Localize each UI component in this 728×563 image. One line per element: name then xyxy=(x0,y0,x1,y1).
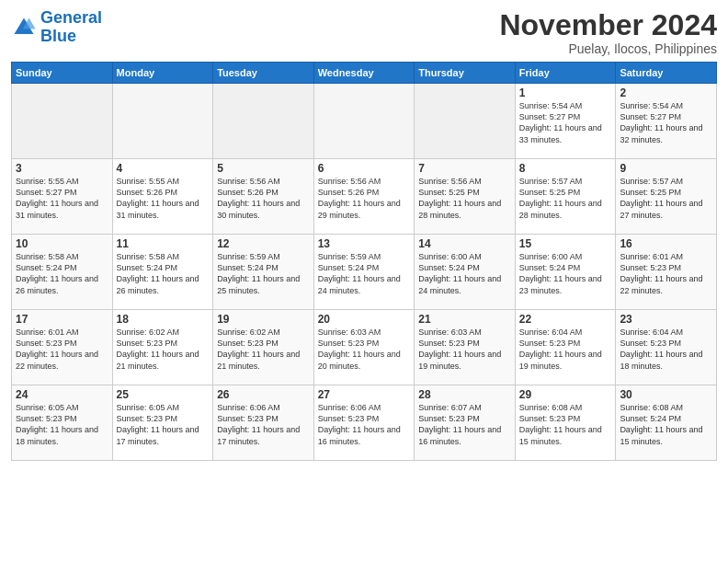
col-saturday: Saturday xyxy=(616,63,717,84)
day-number: 17 xyxy=(16,313,108,326)
day-info: Sunrise: 6:04 AM Sunset: 5:23 PM Dayligh… xyxy=(519,327,612,372)
day-info: Sunrise: 5:54 AM Sunset: 5:27 PM Dayligh… xyxy=(620,100,712,145)
day-info: Sunrise: 5:58 AM Sunset: 5:24 PM Dayligh… xyxy=(16,251,108,296)
day-number: 21 xyxy=(418,313,511,326)
day-number: 29 xyxy=(519,388,612,401)
day-info: Sunrise: 6:00 AM Sunset: 5:24 PM Dayligh… xyxy=(418,251,511,296)
month-title: November 2024 xyxy=(499,9,717,41)
day-number: 13 xyxy=(318,237,411,250)
day-number: 19 xyxy=(217,313,310,326)
day-number: 14 xyxy=(418,237,511,250)
col-tuesday: Tuesday xyxy=(213,63,314,84)
day-number: 23 xyxy=(620,313,712,326)
calendar-day-w5-d3: 26Sunrise: 6:06 AM Sunset: 5:23 PM Dayli… xyxy=(213,385,314,461)
day-info: Sunrise: 5:58 AM Sunset: 5:24 PM Dayligh… xyxy=(117,251,210,296)
calendar-day-w4-d1: 17Sunrise: 6:01 AM Sunset: 5:23 PM Dayli… xyxy=(12,310,113,385)
day-number: 20 xyxy=(318,313,411,326)
day-number: 3 xyxy=(16,162,108,175)
calendar-day-w1-d1 xyxy=(12,84,113,159)
day-number: 15 xyxy=(519,237,612,250)
calendar-day-w2-d4: 6Sunrise: 5:56 AM Sunset: 5:26 PM Daylig… xyxy=(313,159,415,235)
day-number: 16 xyxy=(620,237,712,250)
day-info: Sunrise: 6:07 AM Sunset: 5:23 PM Dayligh… xyxy=(418,402,511,447)
calendar-day-w2-d7: 9Sunrise: 5:57 AM Sunset: 5:25 PM Daylig… xyxy=(616,159,717,235)
col-wednesday: Wednesday xyxy=(313,63,415,84)
day-number: 7 xyxy=(418,162,511,175)
calendar-header-row: Sunday Monday Tuesday Wednesday Thursday… xyxy=(12,63,717,84)
day-info: Sunrise: 5:59 AM Sunset: 5:24 PM Dayligh… xyxy=(318,251,411,296)
calendar-week-3: 10Sunrise: 5:58 AM Sunset: 5:24 PM Dayli… xyxy=(12,235,717,310)
day-number: 18 xyxy=(117,313,210,326)
day-number: 25 xyxy=(117,388,210,401)
day-number: 11 xyxy=(117,237,210,250)
logo-icon xyxy=(11,15,37,40)
calendar-week-2: 3Sunrise: 5:55 AM Sunset: 5:27 PM Daylig… xyxy=(12,159,717,235)
day-info: Sunrise: 5:54 AM Sunset: 5:27 PM Dayligh… xyxy=(519,100,612,145)
day-number: 5 xyxy=(217,162,310,175)
calendar-day-w2-d3: 5Sunrise: 5:56 AM Sunset: 5:26 PM Daylig… xyxy=(213,159,314,235)
calendar-day-w4-d5: 21Sunrise: 6:03 AM Sunset: 5:23 PM Dayli… xyxy=(415,310,516,385)
col-monday: Monday xyxy=(112,63,213,84)
calendar-week-4: 17Sunrise: 6:01 AM Sunset: 5:23 PM Dayli… xyxy=(12,310,717,385)
calendar-day-w3-d1: 10Sunrise: 5:58 AM Sunset: 5:24 PM Dayli… xyxy=(12,235,113,310)
day-info: Sunrise: 5:56 AM Sunset: 5:26 PM Dayligh… xyxy=(318,176,411,221)
day-number: 2 xyxy=(620,86,712,99)
calendar-day-w1-d4 xyxy=(313,84,415,159)
day-number: 10 xyxy=(16,237,108,250)
calendar-day-w4-d3: 19Sunrise: 6:02 AM Sunset: 5:23 PM Dayli… xyxy=(213,310,314,385)
col-sunday: Sunday xyxy=(12,63,113,84)
day-info: Sunrise: 5:55 AM Sunset: 5:27 PM Dayligh… xyxy=(16,176,108,221)
day-info: Sunrise: 5:57 AM Sunset: 5:25 PM Dayligh… xyxy=(620,176,712,221)
calendar-day-w4-d2: 18Sunrise: 6:02 AM Sunset: 5:23 PM Dayli… xyxy=(112,310,213,385)
day-info: Sunrise: 6:05 AM Sunset: 5:23 PM Dayligh… xyxy=(16,402,108,447)
day-info: Sunrise: 5:59 AM Sunset: 5:24 PM Dayligh… xyxy=(217,251,310,296)
calendar-table: Sunday Monday Tuesday Wednesday Thursday… xyxy=(11,62,717,461)
calendar-day-w1-d6: 1Sunrise: 5:54 AM Sunset: 5:27 PM Daylig… xyxy=(515,84,616,159)
calendar-day-w1-d2 xyxy=(112,84,213,159)
calendar-day-w3-d4: 13Sunrise: 5:59 AM Sunset: 5:24 PM Dayli… xyxy=(313,235,415,310)
calendar-day-w1-d5 xyxy=(415,84,516,159)
logo-text: General Blue xyxy=(40,9,102,46)
day-info: Sunrise: 6:04 AM Sunset: 5:23 PM Dayligh… xyxy=(620,327,712,372)
day-number: 12 xyxy=(217,237,310,250)
day-info: Sunrise: 6:05 AM Sunset: 5:23 PM Dayligh… xyxy=(117,402,210,447)
location-title: Puelay, Ilocos, Philippines xyxy=(499,41,717,56)
day-info: Sunrise: 6:03 AM Sunset: 5:23 PM Dayligh… xyxy=(318,327,411,372)
day-number: 9 xyxy=(620,162,712,175)
day-info: Sunrise: 6:02 AM Sunset: 5:23 PM Dayligh… xyxy=(117,327,210,372)
day-info: Sunrise: 5:56 AM Sunset: 5:26 PM Dayligh… xyxy=(217,176,310,221)
calendar-day-w3-d5: 14Sunrise: 6:00 AM Sunset: 5:24 PM Dayli… xyxy=(415,235,516,310)
calendar-day-w1-d7: 2Sunrise: 5:54 AM Sunset: 5:27 PM Daylig… xyxy=(616,84,717,159)
day-number: 4 xyxy=(117,162,210,175)
day-info: Sunrise: 5:57 AM Sunset: 5:25 PM Dayligh… xyxy=(519,176,612,221)
day-info: Sunrise: 6:08 AM Sunset: 5:24 PM Dayligh… xyxy=(620,402,712,447)
day-number: 1 xyxy=(519,86,612,99)
day-number: 30 xyxy=(620,388,712,401)
day-info: Sunrise: 6:01 AM Sunset: 5:23 PM Dayligh… xyxy=(620,251,712,296)
day-number: 26 xyxy=(217,388,310,401)
day-info: Sunrise: 6:02 AM Sunset: 5:23 PM Dayligh… xyxy=(217,327,310,372)
calendar-day-w5-d2: 25Sunrise: 6:05 AM Sunset: 5:23 PM Dayli… xyxy=(112,385,213,461)
day-info: Sunrise: 6:08 AM Sunset: 5:23 PM Dayligh… xyxy=(519,402,612,447)
calendar-day-w5-d4: 27Sunrise: 6:06 AM Sunset: 5:23 PM Dayli… xyxy=(313,385,415,461)
logo-line1: General xyxy=(40,8,102,27)
logo: General Blue xyxy=(11,9,102,46)
day-info: Sunrise: 6:01 AM Sunset: 5:23 PM Dayligh… xyxy=(16,327,108,372)
calendar-day-w5-d6: 29Sunrise: 6:08 AM Sunset: 5:23 PM Dayli… xyxy=(515,385,616,461)
calendar-day-w3-d3: 12Sunrise: 5:59 AM Sunset: 5:24 PM Dayli… xyxy=(213,235,314,310)
col-thursday: Thursday xyxy=(415,63,516,84)
calendar-day-w2-d5: 7Sunrise: 5:56 AM Sunset: 5:25 PM Daylig… xyxy=(415,159,516,235)
day-info: Sunrise: 5:56 AM Sunset: 5:25 PM Dayligh… xyxy=(418,176,511,221)
calendar-day-w3-d7: 16Sunrise: 6:01 AM Sunset: 5:23 PM Dayli… xyxy=(616,235,717,310)
calendar-week-5: 24Sunrise: 6:05 AM Sunset: 5:23 PM Dayli… xyxy=(12,385,717,461)
calendar-day-w3-d6: 15Sunrise: 6:00 AM Sunset: 5:24 PM Dayli… xyxy=(515,235,616,310)
col-friday: Friday xyxy=(515,63,616,84)
day-info: Sunrise: 5:55 AM Sunset: 5:26 PM Dayligh… xyxy=(117,176,210,221)
calendar-day-w5-d1: 24Sunrise: 6:05 AM Sunset: 5:23 PM Dayli… xyxy=(12,385,113,461)
day-number: 8 xyxy=(519,162,612,175)
calendar-day-w2-d6: 8Sunrise: 5:57 AM Sunset: 5:25 PM Daylig… xyxy=(515,159,616,235)
title-section: November 2024 Puelay, Ilocos, Philippine… xyxy=(499,9,717,56)
calendar-week-1: 1Sunrise: 5:54 AM Sunset: 5:27 PM Daylig… xyxy=(12,84,717,159)
page-container: General Blue November 2024 Puelay, Iloco… xyxy=(0,0,728,466)
day-number: 6 xyxy=(318,162,411,175)
